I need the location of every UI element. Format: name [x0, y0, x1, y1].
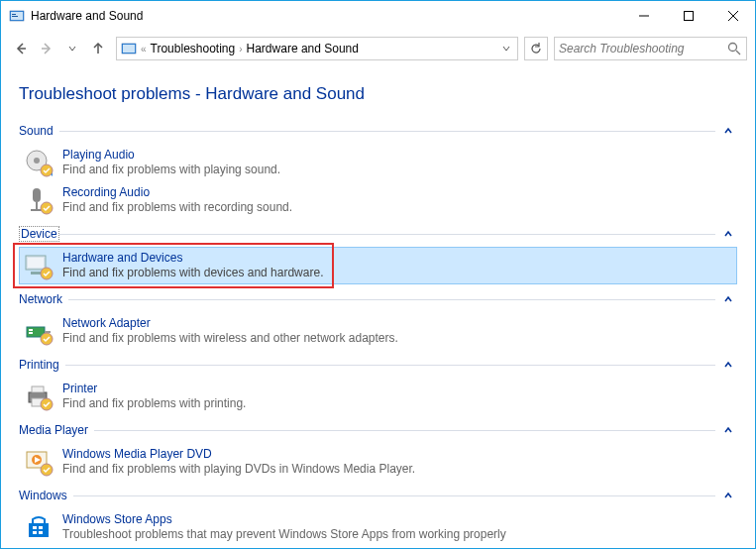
chevron-up-icon[interactable]: [719, 225, 737, 243]
troubleshooter-item[interactable]: Network AdapterFind and fix problems wit…: [19, 312, 737, 350]
svg-line-14: [736, 51, 740, 55]
svg-rect-3: [12, 16, 18, 17]
breadcrumb-item[interactable]: Hardware and Sound: [243, 42, 363, 55]
section-label: Windows: [19, 489, 73, 502]
troubleshooter-item[interactable]: PrinterFind and fix problems with printi…: [19, 378, 737, 415]
divider: [73, 495, 715, 496]
troubleshooter-item[interactable]: Windows Media Player DVDFind and fix pro…: [19, 443, 737, 481]
section-label: Media Player: [19, 423, 94, 437]
svg-rect-28: [29, 332, 33, 334]
close-button[interactable]: [710, 1, 755, 31]
svg-rect-18: [33, 188, 41, 202]
forward-button[interactable]: [35, 37, 58, 60]
page-title: Troubleshoot problems - Hardware and Sou…: [19, 84, 737, 104]
address-dropdown[interactable]: [497, 38, 515, 59]
search-box[interactable]: [554, 37, 747, 60]
item-name: Windows Media Player DVD: [62, 446, 415, 462]
item-name: Windows Store Apps: [62, 511, 506, 527]
chevron-up-icon[interactable]: [719, 356, 737, 374]
svg-rect-32: [32, 386, 44, 392]
svg-point-16: [34, 158, 40, 164]
item-name: Hardware and Devices: [62, 250, 323, 266]
troubleshooter-item[interactable]: Recording AudioFind and fix problems wit…: [19, 181, 737, 219]
section: SoundPlaying AudioFind and fix problems …: [19, 122, 737, 219]
divider: [59, 234, 715, 235]
item-desc: Find and fix problems with devices and h…: [62, 266, 323, 280]
divider: [94, 430, 715, 431]
titlebar: Hardware and Sound: [1, 1, 755, 31]
window-title: Hardware and Sound: [31, 9, 143, 23]
section: NetworkNetwork AdapterFind and fix probl…: [19, 290, 737, 350]
svg-rect-12: [123, 45, 135, 53]
item-desc: Find and fix problems with printing.: [62, 396, 246, 411]
section-header[interactable]: Network: [19, 290, 737, 308]
item-icon: [23, 147, 54, 178]
section-header[interactable]: Device: [19, 225, 737, 243]
maximize-button[interactable]: [666, 1, 710, 31]
section: WindowsWindows Store AppsTroubleshoot pr…: [19, 487, 737, 548]
address-bar[interactable]: « Troubleshooting › Hardware and Sound: [116, 37, 518, 60]
section-header[interactable]: Printing: [19, 356, 737, 374]
item-name: Recording Audio: [62, 184, 292, 200]
svg-rect-40: [39, 526, 43, 529]
item-desc: Find and fix problems with wireless and …: [62, 331, 398, 346]
item-desc: Find and fix problems with playing DVDs …: [62, 462, 415, 477]
svg-rect-39: [33, 526, 37, 529]
divider: [59, 131, 715, 132]
divider: [68, 299, 715, 300]
svg-rect-42: [39, 531, 43, 534]
item-desc: Find and fix problems with recording sou…: [62, 200, 292, 215]
chevron-up-icon[interactable]: [719, 290, 737, 308]
svg-rect-24: [31, 272, 41, 274]
minimize-button[interactable]: [621, 1, 666, 31]
search-icon[interactable]: [726, 41, 742, 56]
section-label: Device: [19, 226, 59, 242]
item-icon: [23, 381, 54, 412]
section-label: Sound: [19, 124, 59, 138]
item-desc: Find and fix problems with playing sound…: [62, 163, 280, 177]
item-name: Playing Audio: [62, 147, 280, 163]
troubleshooter-item[interactable]: Hardware and DevicesFind and fix problem…: [19, 247, 737, 284]
item-icon: [23, 184, 54, 216]
item-name: Printer: [62, 381, 246, 396]
up-button[interactable]: [86, 37, 110, 60]
item-icon: [23, 250, 54, 281]
section-label: Network: [19, 292, 68, 306]
refresh-button[interactable]: [524, 37, 548, 60]
svg-point-13: [729, 44, 737, 52]
item-desc: Troubleshoot problems that may prevent W…: [62, 527, 506, 542]
divider: [65, 365, 715, 366]
section-label: Printing: [19, 358, 65, 372]
content-pane: Troubleshoot problems - Hardware and Sou…: [1, 66, 755, 548]
svg-rect-27: [29, 329, 33, 331]
control-panel-icon: [121, 41, 137, 56]
item-icon: [23, 511, 54, 543]
navbar: « Troubleshooting › Hardware and Sound: [1, 31, 755, 66]
control-panel-icon: [9, 8, 25, 24]
item-name: Network Adapter: [62, 315, 398, 331]
svg-rect-2: [12, 14, 16, 15]
section-header[interactable]: Media Player: [19, 421, 737, 439]
troubleshooter-item[interactable]: Background Intelligent Transfer Service: [19, 546, 737, 548]
chevron-up-icon[interactable]: [719, 421, 737, 439]
svg-rect-38: [29, 523, 49, 537]
back-button[interactable]: [9, 37, 33, 60]
recent-dropdown[interactable]: [60, 37, 84, 60]
item-icon: [23, 315, 54, 347]
section: DeviceHardware and DevicesFind and fix p…: [19, 225, 737, 284]
item-icon: [23, 446, 54, 478]
chevron-up-icon[interactable]: [719, 122, 737, 140]
section: Media PlayerWindows Media Player DVDFind…: [19, 421, 737, 481]
chevron-up-icon[interactable]: [719, 487, 737, 504]
svg-rect-23: [28, 258, 44, 268]
breadcrumb-item[interactable]: Troubleshooting: [147, 42, 240, 55]
troubleshooter-item[interactable]: Windows Store AppsTroubleshoot problems …: [19, 508, 737, 546]
troubleshooter-item[interactable]: Playing AudioFind and fix problems with …: [19, 144, 737, 181]
search-input[interactable]: [559, 42, 726, 55]
section: PrintingPrinterFind and fix problems wit…: [19, 356, 737, 415]
section-header[interactable]: Sound: [19, 122, 737, 140]
svg-rect-41: [33, 531, 37, 534]
svg-rect-5: [684, 12, 693, 21]
section-header[interactable]: Windows: [19, 487, 737, 504]
